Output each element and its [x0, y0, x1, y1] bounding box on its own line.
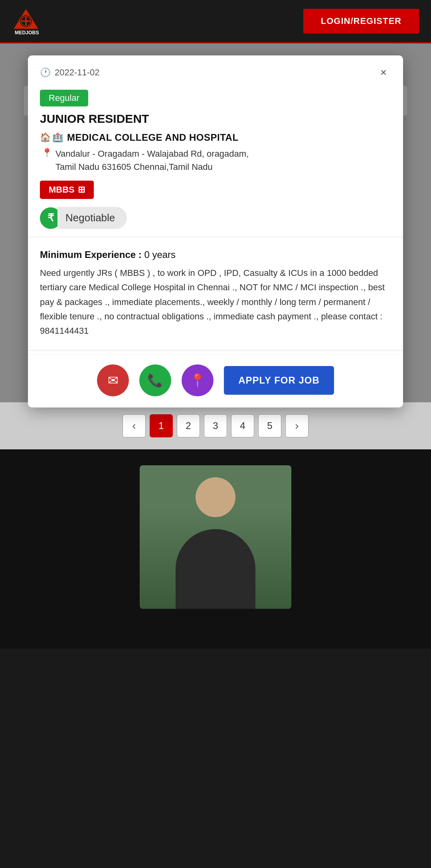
page-button-2[interactable]: 2 — [177, 414, 200, 437]
person-silhouette — [140, 465, 291, 609]
email-icon: ✉ — [108, 373, 119, 388]
hospital-icons: 🏠 🏥 — [40, 132, 63, 143]
salary-row: ₹ Negotiable — [40, 207, 391, 229]
modal-footer-divider — [28, 350, 403, 350]
salary-text: Negotiable — [57, 207, 127, 229]
logo-container: MEDJOBS — [12, 7, 40, 35]
min-experience: Minimum Experience : 0 years — [40, 249, 391, 260]
page-button-4[interactable]: 4 — [231, 414, 254, 437]
modal-footer: ✉ 📞 📍 APPLY FOR JOB — [28, 354, 403, 407]
qualification-badge: MBBS ⊞ — [40, 181, 94, 199]
svg-text:MEDJOBS: MEDJOBS — [15, 30, 39, 35]
modal-header: 🕐 2022-11-02 × — [28, 55, 403, 84]
clock-icon: 🕐 — [40, 67, 51, 78]
header: MEDJOBS LOGIN/REGISTER — [0, 0, 431, 43]
hospital-icon: 🏥 — [52, 132, 63, 143]
pagination-next-button[interactable]: › — [285, 414, 308, 437]
page-button-3[interactable]: 3 — [204, 414, 227, 437]
modal-details: Minimum Experience : 0 years Need urgent… — [28, 241, 403, 346]
medjobs-logo-icon: MEDJOBS — [12, 7, 40, 35]
pagination-area: ‹ 1 2 3 4 5 › — [0, 402, 431, 449]
location-row: 📍 Vandalur - Oragadam - Walajabad Rd, or… — [40, 147, 391, 173]
min-experience-value: 0 years — [144, 249, 176, 260]
page-button-5[interactable]: 5 — [258, 414, 281, 437]
main-content: View Locum Jobs DUTY DOCTORS MBBS Regula… — [0, 43, 431, 402]
modal-date: 🕐 2022-11-02 — [40, 67, 100, 78]
person-body — [176, 529, 255, 609]
footer-person-image — [140, 465, 291, 609]
footer-dark — [0, 449, 431, 649]
phone-button[interactable]: 📞 — [139, 364, 171, 396]
modal-date-text: 2022-11-02 — [55, 67, 100, 78]
qualification-text: MBBS — [49, 185, 75, 195]
job-description: Need urgently JRs ( MBBS ) , to work in … — [40, 266, 391, 338]
pagination-prev-button[interactable]: ‹ — [123, 414, 146, 437]
job-modal: 🕐 2022-11-02 × Regular JUNIOR RESIDENT 🏠… — [28, 55, 403, 407]
modal-overlay: 🕐 2022-11-02 × Regular JUNIOR RESIDENT 🏠… — [0, 43, 431, 402]
email-button[interactable]: ✉ — [97, 364, 129, 396]
location-line1: Vandalur - Oragadam - Walajabad Rd, orag… — [55, 147, 249, 160]
hospital-row: 🏠 🏥 MEDICAL COLLEGE AND HOSPITAL — [40, 132, 391, 143]
phone-icon: 📞 — [147, 373, 163, 388]
qualification-row: MBBS ⊞ — [40, 181, 391, 207]
login-register-button[interactable]: LOGIN/REGISTER — [303, 9, 419, 33]
location-text: Vandalur - Oragadam - Walajabad Rd, orag… — [55, 147, 249, 173]
modal-job-title: JUNIOR RESIDENT — [40, 112, 391, 126]
page-button-1[interactable]: 1 — [150, 414, 173, 437]
location-line2: Tamil Nadu 631605 Chennai,Tamil Nadu — [55, 160, 249, 173]
modal-divider — [28, 237, 403, 237]
qualification-icon: ⊞ — [78, 185, 85, 195]
location-button[interactable]: 📍 — [182, 364, 214, 396]
min-experience-label: Minimum Experience : — [40, 249, 142, 260]
location-pin-icon: 📍 — [42, 148, 52, 158]
apply-for-job-button[interactable]: APPLY FOR JOB — [224, 366, 334, 395]
hospital-name: MEDICAL COLLEGE AND HOSPITAL — [67, 132, 239, 143]
person-head — [196, 477, 235, 517]
modal-close-button[interactable]: × — [376, 65, 391, 80]
map-pin-icon: 📍 — [190, 373, 206, 388]
job-type-badge: Regular — [40, 90, 88, 106]
home-icon: 🏠 — [40, 132, 51, 143]
modal-body: Regular JUNIOR RESIDENT 🏠 🏥 MEDICAL COLL… — [28, 84, 403, 229]
